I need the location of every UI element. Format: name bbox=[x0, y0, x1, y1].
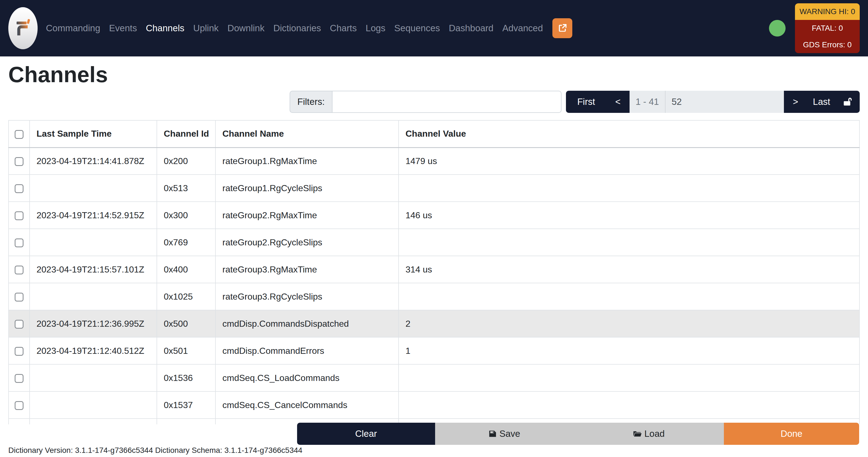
pagination: First < 1 - 41 > Last bbox=[566, 91, 860, 113]
cell-time: 2023-04-19T21:14:52.915Z bbox=[30, 202, 157, 229]
table-row[interactable]: 0x1537cmdSeq.CS_CancelCommands bbox=[8, 391, 860, 419]
cell-value bbox=[399, 391, 860, 419]
cell-value: 1479 us bbox=[399, 147, 860, 175]
dictionary-version-text: Dictionary Version: 3.1.1-174-g7366c5344… bbox=[8, 446, 302, 455]
cell-value bbox=[399, 229, 860, 256]
filter-input[interactable] bbox=[332, 91, 561, 113]
row-checkbox-cell bbox=[8, 147, 30, 175]
done-button-label: Done bbox=[781, 428, 802, 439]
table-row[interactable]: 2023-04-19T21:14:41.878Z0x200rateGroup1.… bbox=[8, 147, 860, 175]
cell-name: rateGroup1.RgMaxTime bbox=[215, 147, 399, 175]
main-nav: CommandingEventsChannelsUplinkDownlinkDi… bbox=[38, 23, 548, 33]
first-page-button[interactable]: First bbox=[566, 91, 606, 113]
nav-item-events[interactable]: Events bbox=[104, 23, 141, 33]
table-row[interactable]: 2023-04-19T21:12:36.995Z0x500cmdDisp.Com… bbox=[8, 310, 860, 337]
nav-item-logs[interactable]: Logs bbox=[361, 23, 390, 33]
page-title: Channels bbox=[8, 63, 868, 86]
cell-id: 0x400 bbox=[157, 256, 215, 283]
cell-id: 0x769 bbox=[157, 229, 215, 256]
cell-id: 0x1536 bbox=[157, 364, 215, 391]
nav-item-commanding[interactable]: Commanding bbox=[41, 23, 104, 33]
box-arrow-up-right-icon bbox=[557, 23, 568, 34]
row-checkbox[interactable] bbox=[15, 401, 24, 410]
nav-item-advanced[interactable]: Advanced bbox=[498, 23, 548, 33]
nav-items: CommandingEventsChannelsUplinkDownlinkDi… bbox=[41, 23, 548, 33]
cell-value bbox=[399, 364, 860, 391]
table-row[interactable]: 2023-04-19T21:12:40.512Z0x501cmdDisp.Com… bbox=[8, 337, 860, 364]
col-channel-id: Channel Id bbox=[157, 120, 215, 147]
action-buttons: Clear Save Load Done bbox=[297, 423, 859, 445]
nav-item-uplink[interactable]: Uplink bbox=[189, 23, 223, 33]
cell-time bbox=[30, 391, 157, 419]
main-content: Channels Filters: First < 1 - 41 > Last bbox=[0, 63, 868, 424]
nav-item-channels[interactable]: Channels bbox=[141, 23, 189, 33]
cell-time bbox=[30, 229, 157, 256]
cell-name: rateGroup2.RgCycleSlips bbox=[215, 229, 399, 256]
fprime-logo bbox=[8, 7, 38, 49]
row-checkbox[interactable] bbox=[15, 347, 24, 356]
col-channel-value: Channel Value bbox=[399, 120, 860, 147]
cell-value bbox=[399, 283, 860, 310]
cell-time bbox=[30, 419, 157, 424]
table-row[interactable]: 0x1536cmdSeq.CS_LoadCommands bbox=[8, 364, 860, 391]
save-button[interactable]: Save bbox=[435, 423, 574, 445]
cell-value: 1 bbox=[399, 337, 860, 364]
filter-group: Filters: bbox=[289, 91, 561, 113]
cell-time: 2023-04-19T21:12:40.512Z bbox=[30, 337, 157, 364]
row-checkbox[interactable] bbox=[15, 320, 24, 329]
cell-time bbox=[30, 283, 157, 310]
channel-table-body: 2023-04-19T21:14:41.878Z0x200rateGroup1.… bbox=[8, 147, 860, 424]
row-checkbox[interactable] bbox=[15, 184, 24, 193]
clear-button-label: Clear bbox=[355, 428, 377, 439]
row-checkbox[interactable] bbox=[15, 374, 24, 383]
table-row[interactable]: 2023-04-19T21:15:57.101Z0x400rateGroup3.… bbox=[8, 256, 860, 283]
scroll-lock-button[interactable] bbox=[836, 91, 860, 113]
page-count-input[interactable] bbox=[665, 91, 784, 113]
next-page-button[interactable]: > bbox=[784, 91, 807, 113]
gds-errors-badge: GDS Errors: 0 bbox=[795, 36, 860, 53]
nav-item-sequences[interactable]: Sequences bbox=[390, 23, 444, 33]
cell-name: cmdDisp.CommandsDispatched bbox=[215, 310, 399, 337]
row-checkbox[interactable] bbox=[15, 293, 24, 302]
cell-value: 314 us bbox=[399, 256, 860, 283]
clear-button[interactable]: Clear bbox=[297, 423, 435, 445]
select-all-checkbox[interactable] bbox=[15, 130, 24, 139]
row-checkbox-cell bbox=[8, 175, 30, 202]
done-button[interactable]: Done bbox=[724, 423, 859, 445]
table-row[interactable]: 0x513rateGroup1.RgCycleSlips bbox=[8, 175, 860, 202]
external-link-button[interactable] bbox=[552, 18, 572, 38]
last-page-button[interactable]: Last bbox=[807, 91, 836, 113]
fatal-badge: FATAL: 0 bbox=[795, 20, 860, 36]
select-all-cell bbox=[8, 120, 30, 147]
warning-hi-badge: WARNING HI: 0 bbox=[795, 3, 860, 20]
table-row[interactable]: 2023-04-19T21:14:52.915Z0x300rateGroup2.… bbox=[8, 202, 860, 229]
row-checkbox[interactable] bbox=[15, 266, 24, 274]
table-row[interactable]: 0x769rateGroup2.RgCycleSlips bbox=[8, 229, 860, 256]
cell-id: 0x1537 bbox=[157, 391, 215, 419]
cell-time: 2023-04-19T21:12:36.995Z bbox=[30, 310, 157, 337]
dictionary-version: Dictionary Version: 3.1.1-174-g7366c5344 bbox=[8, 446, 153, 455]
table-row[interactable]: 0x1025rateGroup3.RgCycleSlips bbox=[8, 283, 860, 310]
row-checkbox[interactable] bbox=[15, 157, 24, 166]
nav-item-charts[interactable]: Charts bbox=[326, 23, 361, 33]
nav-item-downlink[interactable]: Downlink bbox=[223, 23, 269, 33]
cell-name: rateGroup2.RgMaxTime bbox=[215, 202, 399, 229]
cell-id: 0x500 bbox=[157, 310, 215, 337]
row-checkbox-cell bbox=[8, 202, 30, 229]
row-checkbox[interactable] bbox=[15, 239, 24, 247]
fprime-logo-icon bbox=[14, 16, 32, 40]
toolbar: Filters: First < 1 - 41 > Last bbox=[8, 91, 860, 113]
filters-label: Filters: bbox=[289, 91, 332, 113]
cell-value bbox=[399, 175, 860, 202]
load-button[interactable]: Load bbox=[574, 423, 724, 445]
save-button-label: Save bbox=[499, 428, 520, 439]
row-checkbox[interactable] bbox=[15, 211, 24, 220]
cell-name: cmdSeq.CS_CancelCommands bbox=[215, 391, 399, 419]
cell-id: 0x501 bbox=[157, 337, 215, 364]
nav-item-dashboard[interactable]: Dashboard bbox=[444, 23, 498, 33]
cell-name: rateGroup3.RgMaxTime bbox=[215, 256, 399, 283]
cell-id: 0x300 bbox=[157, 202, 215, 229]
nav-item-dictionaries[interactable]: Dictionaries bbox=[269, 23, 325, 33]
prev-page-button[interactable]: < bbox=[606, 91, 629, 113]
cell-time bbox=[30, 175, 157, 202]
